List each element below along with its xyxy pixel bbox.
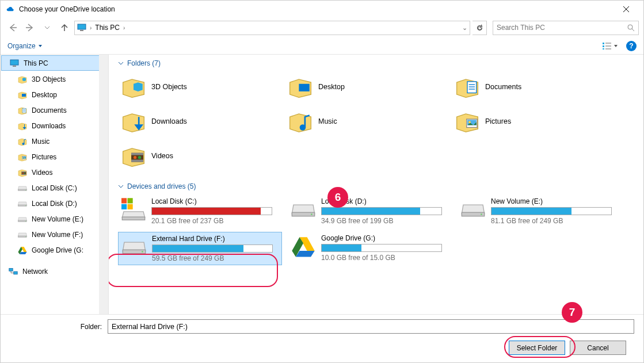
refresh-button[interactable] (472, 21, 487, 35)
disk-icon (18, 199, 27, 208)
sidebar-item-documents[interactable]: Documents (1, 102, 108, 118)
folders-section-header[interactable]: Folders (7) (118, 59, 634, 67)
svg-rect-10 (603, 48, 604, 49)
select-folder-button[interactable]: Select Folder (509, 341, 565, 355)
up-button[interactable] (57, 20, 72, 35)
svg-rect-54 (121, 198, 127, 203)
folder-input[interactable] (108, 319, 634, 334)
sidebar: This PC3D ObjectsDesktopDocumentsDownloa… (1, 55, 109, 314)
toolbar: Organize ? (1, 37, 643, 55)
sidebar-item-new-volume-f-[interactable]: New Volume (F:) (1, 227, 108, 242)
svg-rect-56 (121, 204, 127, 209)
svg-point-33 (25, 205, 26, 205)
drive-local-disk-d-[interactable]: Local Disk (D:) 34.9 GB free of 199 GB (288, 195, 452, 227)
help-button[interactable]: ? (626, 41, 637, 51)
sidebar-item-pictures[interactable]: Pictures (1, 149, 108, 165)
sidebar-item-new-volume-e-[interactable]: New Volume (E:) (1, 211, 108, 227)
sidebar-item-label: New Volume (E:) (32, 215, 83, 223)
sidebar-item-label: This PC (24, 59, 48, 67)
annotation-badge-7: 7 (562, 302, 582, 323)
search-box[interactable] (493, 21, 639, 35)
sidebar-item-3d-objects[interactable]: 3D Objects (1, 71, 108, 87)
folder-videos[interactable]: Videos (118, 141, 279, 171)
drives-section-header[interactable]: Devices and drives (5) (118, 182, 634, 190)
sidebar-item-label: Music (32, 137, 49, 146)
svg-rect-58 (122, 217, 144, 220)
svg-rect-8 (603, 43, 604, 44)
sidebar-item-desktop[interactable]: Desktop (1, 87, 108, 102)
scrollbar[interactable] (99, 55, 108, 314)
chevron-down-icon[interactable]: ⌄ (462, 24, 467, 32)
cancel-button[interactable]: Cancel (570, 341, 626, 355)
svg-rect-57 (128, 204, 133, 209)
pc-icon (10, 59, 19, 68)
breadcrumb-bar[interactable]: › This PC › ⌄ (74, 21, 470, 35)
drive-free-label: 59.5 GB free of 249 GB (152, 254, 278, 262)
network-icon (9, 267, 18, 276)
disk-icon (18, 215, 27, 224)
folder-label: Music (318, 117, 337, 125)
sidebar-item-label: Downloads (32, 122, 66, 130)
svg-rect-39 (14, 272, 17, 274)
sidebar-item-local-disk-d-[interactable]: Local Disk (D:) (1, 196, 108, 211)
svg-point-62 (481, 213, 482, 215)
bottom-panel: Folder: Select Folder Cancel 7 (1, 314, 643, 363)
svg-rect-4 (78, 24, 86, 29)
folder-desktop[interactable]: Desktop (285, 72, 446, 102)
search-input[interactable] (497, 24, 627, 32)
folder-3d-objects[interactable]: 3D Objects (118, 72, 279, 102)
drive-new-volume-e-[interactable]: New Volume (E:) 81.1 GB free of 249 GB (458, 195, 622, 227)
disk-icon (122, 235, 146, 259)
drive-google-drive-g-[interactable]: Google Drive (G:) 10.0 GB free of 15.0 G… (288, 232, 452, 265)
drive-usage-bar (491, 207, 612, 215)
videos-icon (18, 168, 27, 177)
pictures-icon (18, 152, 27, 162)
drive-external-hard-drive-f-[interactable]: External Hard Drive (F:) 59.5 GB free of… (118, 232, 282, 265)
folder-label: Pictures (485, 117, 511, 125)
folder-documents[interactable]: Documents (452, 72, 613, 102)
videos-icon (121, 144, 146, 168)
close-button[interactable] (613, 1, 639, 18)
view-options-button[interactable] (602, 42, 618, 50)
svg-rect-5 (80, 30, 83, 31)
sidebar-item-videos[interactable]: Videos (1, 165, 108, 180)
folder-label: 3D Objects (151, 83, 187, 91)
back-button[interactable] (5, 20, 20, 35)
sidebar-item-google-drive-g-[interactable]: Google Drive (G: (1, 242, 108, 258)
svg-point-53 (138, 156, 141, 159)
breadcrumb-label: This PC (95, 24, 120, 32)
documents-icon (455, 75, 479, 99)
chevron-down-icon (613, 44, 618, 48)
drive-local-disk-c-[interactable]: Local Disk (C:) 20.1 GB free of 237 GB (118, 195, 282, 227)
drive-free-label: 81.1 GB free of 249 GB (491, 217, 618, 225)
disk-icon (291, 197, 315, 221)
chevron-down-icon (118, 60, 124, 66)
titlebar: Choose your OneDrive location (1, 1, 643, 18)
sidebar-item-this-pc[interactable]: This PC (1, 55, 108, 71)
folder-downloads[interactable]: Downloads (118, 106, 279, 136)
svg-point-6 (628, 25, 632, 29)
svg-point-37 (25, 236, 26, 236)
folders-section-label: Folders (7) (127, 59, 161, 67)
folder-music[interactable]: Music (285, 106, 446, 136)
organize-label: Organize (7, 42, 36, 50)
sidebar-item-local-disk-c-[interactable]: Local Disk (C:) (1, 180, 108, 196)
3d-icon (18, 75, 27, 84)
organize-button[interactable]: Organize (7, 42, 43, 50)
downloads-icon (18, 121, 27, 131)
svg-point-60 (311, 213, 313, 215)
forward-button[interactable] (22, 20, 37, 35)
chevron-down-icon (38, 44, 43, 48)
sidebar-item-label: New Volume (F:) (32, 231, 83, 239)
drives-section-label: Devices and drives (5) (127, 182, 196, 190)
svg-point-31 (25, 189, 26, 190)
folder-label: Desktop (318, 83, 345, 91)
downloads-icon (121, 109, 146, 133)
disk-icon (18, 184, 27, 193)
sidebar-item-label: Desktop (32, 91, 57, 99)
sidebar-item-music[interactable]: Music (1, 133, 108, 149)
recent-dropdown[interactable] (40, 20, 55, 35)
folder-pictures[interactable]: Pictures (452, 106, 613, 136)
sidebar-item-downloads[interactable]: Downloads (1, 118, 108, 133)
sidebar-item-network[interactable]: Network (1, 263, 108, 279)
